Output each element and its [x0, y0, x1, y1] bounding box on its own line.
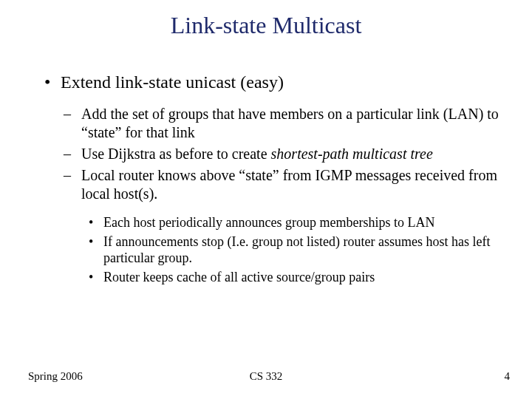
bullet-extend: Extend link-state unicast (easy) [44, 71, 502, 93]
bullet-host-announce: Each host periodically announces group m… [89, 214, 502, 231]
footer-page-number: 4 [505, 370, 511, 383]
bullet-local-router: Local router knows above “state” from IG… [64, 166, 502, 203]
bullet-dijkstra-pre: Use Dijkstra as before to create [81, 146, 271, 162]
bullet-dijkstra-em: shortest-path multicast tree [271, 146, 433, 162]
slide-title: Link-state Multicast [0, 12, 532, 39]
bullet-announce-stop: If announcements stop (I.e. group not li… [89, 233, 502, 267]
slide: Link-state Multicast Extend link-state u… [0, 0, 532, 399]
slide-body: Extend link-state unicast (easy) Add the… [44, 71, 502, 287]
spacer [44, 206, 502, 214]
bullet-dijkstra: Use Dijkstra as before to create shortes… [64, 145, 502, 163]
footer-course: CS 332 [0, 370, 532, 383]
bullet-add-groups: Add the set of groups that have members … [64, 105, 502, 142]
bullet-router-cache: Router keeps cache of all active source/… [89, 269, 502, 286]
